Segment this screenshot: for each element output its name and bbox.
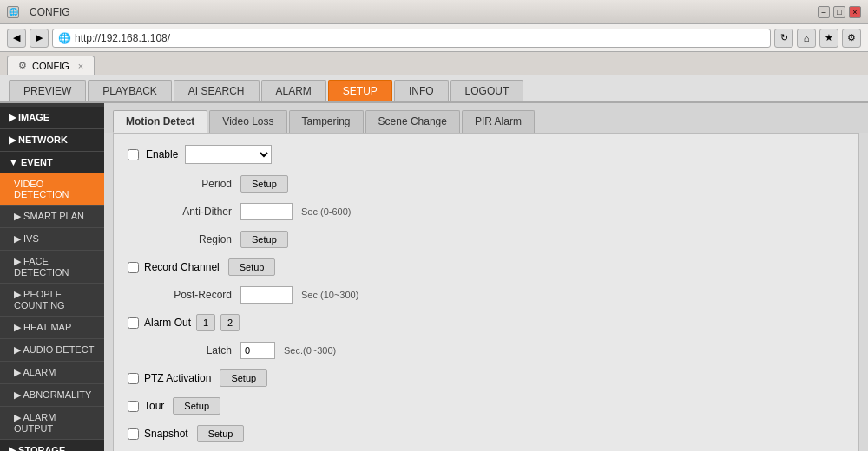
sidebar: ▶ IMAGE ▶ NETWORK ▼ EVENT VIDEO DETECTIO… bbox=[0, 103, 104, 451]
latch-row: Latch Sec.(0~300) bbox=[128, 340, 845, 361]
ptz-label: PTZ Activation bbox=[144, 372, 211, 384]
period-row: Period Setup bbox=[128, 173, 845, 194]
nav-playback[interactable]: PLAYBACK bbox=[88, 80, 171, 101]
nav-preview[interactable]: PREVIEW bbox=[9, 80, 86, 101]
sidebar-item-abnormality[interactable]: ▶ ABNORMALITY bbox=[0, 384, 104, 407]
region-row: Region Setup bbox=[128, 229, 845, 250]
main-container: ▶ IMAGE ▶ NETWORK ▼ EVENT VIDEO DETECTIO… bbox=[0, 103, 868, 451]
browser-title: CONFIG bbox=[30, 6, 70, 18]
region-label: Region bbox=[128, 233, 240, 245]
arrow-icon: ▶ bbox=[9, 134, 18, 145]
record-channel-setup-btn[interactable]: Setup bbox=[228, 258, 276, 276]
sidebar-item-ivs[interactable]: ▶ IVS bbox=[0, 228, 104, 251]
snapshot-checkbox[interactable] bbox=[128, 428, 139, 440]
record-channel-checkbox[interactable] bbox=[128, 262, 139, 273]
sidebar-item-face-detection[interactable]: ▶ FACE DETECTION bbox=[0, 251, 104, 284]
nav-info[interactable]: INFO bbox=[394, 80, 449, 101]
tab-video-loss[interactable]: Video Loss bbox=[209, 110, 286, 133]
content-area: Motion Detect Video Loss Tampering Scene… bbox=[104, 103, 868, 451]
period-setup-btn[interactable]: Setup bbox=[240, 175, 288, 193]
latch-input[interactable] bbox=[240, 342, 275, 359]
sidebar-item-video-detection[interactable]: VIDEO DETECTION bbox=[0, 173, 104, 206]
alarm-out-checkbox[interactable] bbox=[128, 317, 139, 329]
address-bar[interactable]: 🌐 http://192.168.1.108/ bbox=[52, 29, 771, 48]
tour-checkbox[interactable] bbox=[128, 401, 139, 412]
sidebar-item-label: VIDEO DETECTION bbox=[14, 179, 69, 199]
refresh-nav-btn[interactable]: ↻ bbox=[774, 29, 793, 48]
snapshot-setup-btn[interactable]: Setup bbox=[197, 425, 245, 442]
region-control: Setup bbox=[240, 231, 288, 248]
tab-tampering[interactable]: Tampering bbox=[289, 110, 364, 133]
nav-alarm[interactable]: ALARM bbox=[261, 80, 326, 101]
enable-checkbox[interactable] bbox=[128, 149, 139, 160]
top-nav: PREVIEW PLAYBACK AI SEARCH ALARM SETUP I… bbox=[0, 75, 868, 103]
sidebar-item-network[interactable]: ▶ NETWORK bbox=[0, 129, 104, 152]
tour-row: Tour Setup bbox=[128, 395, 845, 416]
post-record-row: Post-Record Sec.(10~300) bbox=[128, 284, 845, 305]
anti-dither-control: Sec.(0-600) bbox=[240, 203, 351, 220]
sidebar-item-heat-map[interactable]: ▶ HEAT MAP bbox=[0, 317, 104, 339]
sidebar-item-alarm-output[interactable]: ▶ ALARM OUTPUT bbox=[0, 407, 104, 440]
alarm-out-btn-2[interactable]: 2 bbox=[220, 314, 240, 331]
tour-setup-btn[interactable]: Setup bbox=[173, 397, 220, 415]
nav-ai-search[interactable]: AI SEARCH bbox=[174, 80, 260, 101]
tour-label: Tour bbox=[144, 400, 164, 412]
home-btn[interactable]: ⌂ bbox=[797, 29, 816, 48]
record-channel-row: Record Channel Setup bbox=[128, 257, 845, 278]
arrow-icon: ▶ bbox=[14, 412, 23, 422]
tab-pir-alarm[interactable]: PIR Alarm bbox=[462, 110, 535, 133]
nav-logout[interactable]: LOGOUT bbox=[450, 80, 524, 101]
url-text: http://192.168.1.108/ bbox=[75, 32, 170, 44]
latch-label: Latch bbox=[128, 344, 240, 356]
minimize-btn[interactable]: – bbox=[818, 6, 830, 18]
post-record-input[interactable] bbox=[240, 286, 293, 304]
browser-tab[interactable]: ⚙ CONFIG × bbox=[7, 56, 95, 75]
close-btn[interactable]: × bbox=[849, 6, 861, 18]
arrow-icon: ▶ bbox=[14, 367, 23, 377]
title-bar: 🌐 CONFIG – □ × bbox=[0, 0, 868, 24]
sidebar-item-storage[interactable]: ▶ STORAGE bbox=[0, 440, 104, 451]
anti-dither-sec: Sec.(0-600) bbox=[301, 206, 351, 217]
sidebar-item-image[interactable]: ▶ IMAGE bbox=[0, 107, 104, 129]
ptz-row: PTZ Activation Setup bbox=[128, 368, 845, 389]
sidebar-item-audio-detect[interactable]: ▶ AUDIO DETECT bbox=[0, 339, 104, 362]
region-setup-btn[interactable]: Setup bbox=[240, 231, 288, 248]
snapshot-control: Snapshot Setup bbox=[128, 425, 244, 442]
post-record-label: Post-Record bbox=[128, 289, 240, 301]
sidebar-item-alarm[interactable]: ▶ ALARM bbox=[0, 362, 104, 384]
sidebar-item-event[interactable]: ▼ EVENT bbox=[0, 152, 104, 173]
enable-dropdown[interactable] bbox=[185, 145, 272, 164]
forward-btn[interactable]: ▶ bbox=[30, 29, 49, 48]
tab-close-btn[interactable]: × bbox=[78, 61, 83, 71]
settings-nav-btn[interactable]: ⚙ bbox=[842, 29, 861, 48]
address-icon: 🌐 bbox=[58, 32, 71, 44]
browser-icon: 🌐 bbox=[7, 6, 19, 18]
tab-label: CONFIG bbox=[32, 61, 69, 71]
period-control: Setup bbox=[240, 175, 288, 193]
alarm-out-label: Alarm Out bbox=[144, 317, 191, 329]
arrow-icon: ▶ bbox=[9, 445, 18, 451]
arrow-icon: ▶ bbox=[9, 112, 18, 122]
period-label: Period bbox=[128, 178, 240, 190]
ptz-control: PTZ Activation Setup bbox=[128, 369, 267, 387]
sub-tabs: Motion Detect Video Loss Tampering Scene… bbox=[104, 103, 868, 133]
ptz-checkbox[interactable] bbox=[128, 373, 139, 384]
alarm-out-row: Alarm Out 1 2 bbox=[128, 312, 845, 333]
sidebar-item-smart-plan[interactable]: ▶ SMART PLAN bbox=[0, 206, 104, 228]
ptz-setup-btn[interactable]: Setup bbox=[220, 369, 267, 387]
maximize-btn[interactable]: □ bbox=[833, 6, 845, 18]
window-controls[interactable]: – □ × bbox=[818, 6, 861, 18]
tab-scene-change[interactable]: Scene Change bbox=[365, 110, 460, 133]
tab-icon: ⚙ bbox=[18, 60, 27, 71]
latch-sec: Sec.(0~300) bbox=[284, 345, 336, 356]
alarm-out-btn-1[interactable]: 1 bbox=[196, 314, 215, 331]
tab-motion-detect[interactable]: Motion Detect bbox=[113, 110, 207, 133]
anti-dither-row: Anti-Dither Sec.(0-600) bbox=[128, 201, 845, 222]
nav-setup[interactable]: SETUP bbox=[328, 80, 392, 101]
anti-dither-input[interactable] bbox=[240, 203, 293, 220]
arrow-icon: ▶ bbox=[14, 344, 23, 355]
latch-control: Sec.(0~300) bbox=[240, 342, 336, 359]
sidebar-item-people-counting[interactable]: ▶ PEOPLE COUNTING bbox=[0, 284, 104, 317]
back-btn[interactable]: ◀ bbox=[7, 29, 26, 48]
favorites-btn[interactable]: ★ bbox=[819, 29, 838, 48]
